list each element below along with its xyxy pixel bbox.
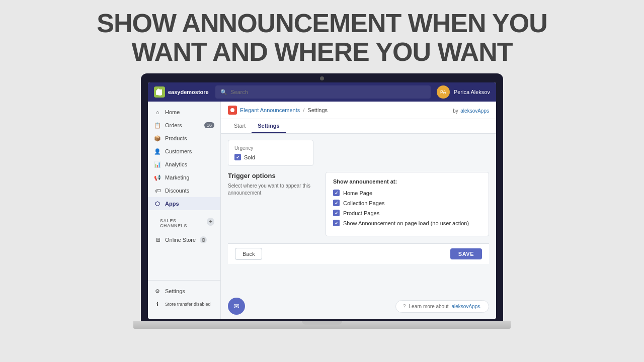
headline-text: SHOW ANNOUNCEMENT WHEN YOU WANT AND WHER… — [0, 0, 644, 71]
save-button[interactable]: SAVE — [450, 248, 482, 259]
laptop-base — [133, 321, 511, 329]
tabs-row: Start Settings — [221, 119, 496, 134]
collection-pages-option: ✓ Collection Pages — [333, 200, 481, 206]
sidebar-item-orders[interactable]: 📋 Orders 16 — [148, 119, 220, 132]
discounts-icon: 🏷 — [154, 187, 161, 194]
sidebar-label-customers: Customers — [165, 148, 192, 154]
user-area: PA Perica Aleksov — [437, 85, 490, 99]
sidebar-item-home[interactable]: ⌂ Home — [148, 106, 220, 119]
breadcrumb-app-name[interactable]: Elegant Announcements — [240, 107, 300, 113]
store-name-area: easydemostore — [154, 86, 209, 98]
footer-area: ✉ ? Learn more about aleksovApps. — [221, 294, 496, 319]
trigger-title: Trigger options — [228, 172, 318, 179]
sidebar-item-marketing[interactable]: 📢 Marketing — [148, 171, 220, 184]
sidebar-item-analytics[interactable]: 📊 Analytics — [148, 158, 220, 171]
breadcrumb-separator: / — [303, 107, 304, 113]
trigger-description: Select where you want to appear this ann… — [228, 183, 318, 197]
analytics-icon: 📊 — [154, 161, 161, 168]
sidebar-label-analytics: Analytics — [165, 161, 187, 167]
sidebar-item-products[interactable]: 📦 Products — [148, 132, 220, 145]
sidebar-label-discounts: Discounts — [165, 188, 189, 194]
sidebar-item-customers[interactable]: 👤 Customers — [148, 145, 220, 158]
collection-pages-label: Collection Pages — [343, 200, 385, 206]
sold-checkbox[interactable]: ✓ — [234, 154, 241, 160]
help-icon: ? — [403, 304, 406, 309]
online-store-icon: 🖥 — [154, 236, 161, 243]
sidebar-bottom: ⚙ Settings ℹ Store transfer disabled — [148, 280, 220, 315]
sidebar: ⌂ Home 📋 Orders 16 📦 Products 👤 Cus — [148, 102, 221, 319]
back-button[interactable]: Back — [235, 248, 262, 260]
page-load-checkbox[interactable]: ✓ — [333, 220, 340, 226]
search-icon: 🔍 — [220, 89, 227, 96]
by-label: by — [453, 108, 458, 114]
laptop-camera — [320, 76, 324, 80]
home-page-checkbox[interactable]: ✓ — [333, 190, 340, 196]
sidebar-item-store-transfer[interactable]: ℹ Store transfer disabled — [148, 298, 220, 311]
sidebar-item-online-store[interactable]: 🖥 Online Store ⚙ — [148, 233, 220, 246]
sold-section: Urgency ✓ Sold — [228, 140, 313, 166]
sidebar-label-marketing: Marketing — [165, 174, 189, 180]
online-store-settings-button[interactable]: ⚙ — [200, 236, 207, 243]
shopify-logo — [154, 86, 165, 98]
sidebar-label-products: Products — [165, 135, 187, 141]
shopify-topbar: easydemostore 🔍 PA Perica Aleksov — [148, 82, 496, 102]
learn-more-link[interactable]: aleksovApps. — [452, 304, 481, 309]
page-load-option: ✓ Show Announcement on page load (no use… — [333, 220, 481, 226]
sidebar-label-online-store: Online Store — [165, 237, 196, 243]
sidebar-label-home: Home — [165, 109, 180, 115]
laptop-notch — [302, 321, 342, 325]
marketing-icon: 📢 — [154, 174, 161, 181]
orders-icon: 📋 — [154, 122, 161, 129]
settings-icon: ⚙ — [154, 288, 161, 295]
trigger-options-section: Trigger options Select where you want to… — [228, 172, 489, 236]
trigger-layout: Trigger options Select where you want to… — [228, 172, 489, 236]
tab-start[interactable]: Start — [228, 119, 252, 133]
sold-checkbox-row: ✓ Sold — [234, 154, 307, 160]
scroll-content[interactable]: Urgency ✓ Sold — [221, 134, 496, 294]
content-header: Elegant Announcements / Settings by alek… — [221, 102, 496, 119]
mail-fab-button[interactable]: ✉ — [228, 298, 245, 315]
add-sales-channel-button[interactable]: + — [207, 218, 214, 226]
sold-label: Sold — [244, 154, 255, 160]
page-load-label: Show Announcement on page load (no user … — [343, 220, 469, 226]
sidebar-item-discounts[interactable]: 🏷 Discounts — [148, 184, 220, 197]
svg-point-0 — [230, 108, 234, 112]
search-bar[interactable]: 🔍 — [215, 85, 431, 99]
app-icon — [228, 106, 237, 115]
tab-settings[interactable]: Settings — [252, 119, 285, 133]
home-icon: ⌂ — [154, 109, 161, 116]
sidebar-label-orders: Orders — [165, 122, 182, 128]
action-bar: Back SAVE — [228, 243, 489, 264]
mail-icon: ✉ — [233, 302, 239, 310]
laptop-screen: easydemostore 🔍 PA Perica Aleksov ⌂ — [148, 82, 496, 319]
home-page-option: ✓ Home Page — [333, 190, 481, 196]
sidebar-label-apps: Apps — [165, 201, 179, 207]
avatar: PA — [437, 85, 450, 99]
apps-icon: ⬡ — [154, 200, 161, 207]
breadcrumb-current: Settings — [307, 107, 328, 113]
collection-pages-checkbox[interactable]: ✓ — [333, 200, 340, 206]
product-pages-label: Product Pages — [343, 210, 379, 216]
sidebar-item-apps[interactable]: ⬡ Apps — [148, 197, 220, 210]
orders-badge: 16 — [204, 122, 214, 128]
sidebar-label-store-transfer: Store transfer disabled — [165, 302, 211, 307]
info-icon: ℹ — [154, 301, 161, 308]
checkmark-icon: ✓ — [236, 155, 240, 160]
breadcrumb: Elegant Announcements / Settings — [228, 106, 328, 115]
by-aleksov: by aleksovApps — [453, 106, 489, 115]
search-input[interactable] — [230, 89, 426, 95]
trigger-right: Show announcement at: ✓ Home Page — [326, 172, 489, 236]
products-icon: 📦 — [154, 135, 161, 142]
by-link[interactable]: aleksovApps — [460, 108, 489, 114]
trigger-left: Trigger options Select where you want to… — [228, 172, 318, 236]
laptop-screen-bezel: easydemostore 🔍 PA Perica Aleksov ⌂ — [141, 73, 503, 321]
sidebar-label-settings: Settings — [165, 288, 185, 294]
sidebar-item-settings[interactable]: ⚙ Settings — [148, 285, 220, 298]
user-name: Perica Aleksov — [454, 89, 490, 95]
product-pages-checkbox[interactable]: ✓ — [333, 210, 340, 216]
sales-channels-header: SALES CHANNELS + — [148, 210, 220, 233]
headline-line2: WANT AND WHERE YOU WANT — [30, 38, 614, 66]
home-page-label: Home Page — [343, 190, 372, 196]
urgency-label: Urgency — [234, 145, 307, 151]
product-pages-option: ✓ Product Pages — [333, 210, 481, 216]
